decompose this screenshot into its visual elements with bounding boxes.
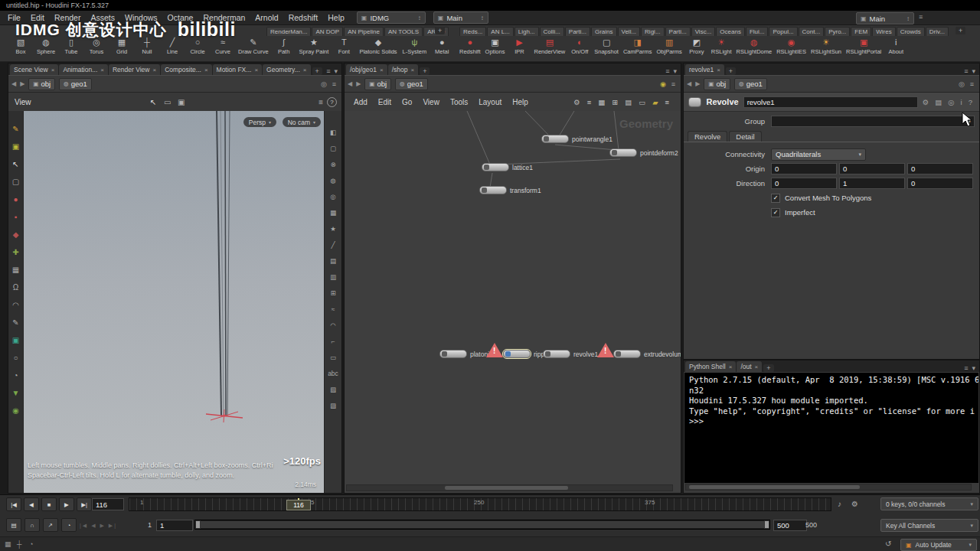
menu-item[interactable]: Arnold — [255, 13, 278, 22]
path-chip-geo1[interactable]: ◍ geo1 — [734, 78, 767, 90]
new-tab-button[interactable]: + — [312, 67, 322, 75]
presets-icon[interactable]: ▤ — [935, 98, 942, 106]
pane-dropdown-icon[interactable]: ▾ — [334, 67, 338, 75]
shelf-tab[interactable]: Driv... — [926, 27, 949, 36]
gear-icon[interactable]: ⚙ — [923, 98, 929, 106]
shelf-tab[interactable]: Flui... — [746, 27, 769, 36]
select-tool-icon[interactable]: ↖ — [150, 98, 156, 106]
shelf-tool[interactable]: ▤ RenderView — [534, 37, 566, 55]
shelf-tab[interactable]: Oceans — [716, 27, 745, 36]
shelf-tool[interactable]: ψ L-System — [403, 37, 427, 55]
shelf-tool[interactable]: ◍ RSLightDome — [737, 37, 773, 55]
node-error-badge[interactable]: ! — [486, 343, 503, 358]
menu-item[interactable]: Render — [54, 13, 80, 22]
pane-tab[interactable]: Motion FX... × — [213, 64, 263, 75]
network-menu-item[interactable]: View — [423, 98, 439, 106]
pane-dropdown-icon[interactable]: ▾ — [972, 364, 975, 372]
range-slider-right-handle[interactable] — [764, 520, 769, 529]
display-toggle-icon[interactable]: ★ — [330, 226, 336, 233]
new-tab-button[interactable]: + — [726, 67, 736, 75]
close-icon[interactable]: × — [100, 67, 104, 73]
new-tab-button[interactable]: + — [420, 67, 430, 75]
scrollbar-handle[interactable] — [689, 485, 860, 489]
pane-tab[interactable]: /shop × — [388, 64, 418, 75]
pane-menu-icon[interactable]: ≡ — [665, 67, 669, 75]
shelf-tab[interactable]: Crowds — [897, 27, 925, 36]
node-name-field[interactable]: revolve1 — [743, 96, 918, 108]
close-icon[interactable]: × — [152, 67, 156, 73]
display-toggle-icon[interactable]: ▥ — [330, 274, 336, 281]
display-toggle-icon[interactable]: ◠ — [330, 322, 335, 329]
network-toolbar-icon[interactable]: ⊞ — [612, 98, 618, 106]
viewport-tool-icon[interactable]: ✎ — [12, 125, 18, 133]
pane-tab[interactable]: Geometry... × — [263, 64, 310, 75]
shelf-tab[interactable]: Reds... — [459, 27, 486, 36]
back-icon[interactable]: ◀ — [348, 80, 352, 87]
shelf-tab[interactable]: AN Pipeline — [344, 27, 384, 36]
chevron-down-icon[interactable]: ▾ — [968, 119, 971, 125]
pane-tab[interactable]: Python Shell × — [685, 361, 736, 372]
viewport-tool-icon[interactable]: ▼ — [12, 389, 20, 397]
viewport-tool-icon[interactable]: ◠ — [12, 301, 19, 309]
shelf-tool[interactable]: ▥ ObjParms — [656, 37, 681, 55]
shelf-tab[interactable]: AN DOP — [312, 27, 343, 36]
network-toolbar-icon[interactable]: ⚙ — [573, 98, 580, 106]
connectivity-dropdown[interactable]: Quadrilaterals ▾ — [771, 148, 866, 161]
scrollbar-handle[interactable] — [445, 486, 569, 490]
node-lattice1[interactable]: lattice1 — [482, 163, 533, 171]
info-icon[interactable]: i — [961, 98, 962, 106]
display-toggle-icon[interactable]: ▧ — [330, 386, 336, 393]
search-icon[interactable]: ◎ — [948, 98, 954, 106]
shelf-tool[interactable]: ▯ Tube — [61, 37, 81, 55]
go-to-end-button[interactable]: ▶| — [77, 497, 92, 511]
shelf-tool[interactable]: ▶ IPR — [510, 37, 530, 55]
film-icon[interactable]: ▤ — [6, 518, 21, 532]
display-toggle-icon[interactable]: ▨ — [330, 403, 336, 409]
shelf-tool[interactable]: ✎ Draw Curve — [238, 37, 269, 55]
view-menu[interactable]: View — [15, 98, 31, 106]
status-crosshair-icon[interactable]: ┼ — [17, 540, 21, 548]
shelf-tool[interactable]: ● Redshift — [459, 37, 481, 55]
realtime-icon[interactable]: ◔ — [61, 518, 77, 532]
audio-options-icon[interactable]: ∩ — [24, 518, 40, 532]
path-chip-geo1[interactable]: ◍ geo1 — [395, 78, 428, 90]
pane-menu-icon[interactable]: ≡ — [326, 67, 330, 75]
network-toolbar-icon[interactable]: ▭ — [639, 98, 645, 106]
shelf-tool[interactable]: ▣ RSLightPortal — [846, 37, 881, 55]
shelf-tab[interactable]: Vell... — [618, 27, 641, 36]
go-to-start-button[interactable]: |◀ — [6, 497, 21, 511]
range-start-field[interactable]: 1 — [156, 520, 193, 531]
pathbar-menu-icon[interactable]: ≡ — [970, 80, 974, 88]
viewport-canvas[interactable]: Persp ▾ No cam ▾ >120fps 2.14ms Left mou… — [24, 111, 324, 493]
shelf-tool[interactable]: ◆ Platonic Solids — [359, 37, 397, 55]
path-chip-obj[interactable]: ▣ obj — [28, 78, 55, 90]
menu-item[interactable]: Redshift — [289, 13, 318, 22]
viewport-tool-icon[interactable]: ◔ — [13, 371, 18, 380]
shelf-tool[interactable]: ☀ RSLight — [711, 37, 732, 55]
shelf-tool[interactable]: ★ Spray Paint — [299, 37, 329, 55]
network-menu-item[interactable]: Help — [512, 98, 528, 106]
shelf-tab[interactable]: RenderMan... — [266, 27, 311, 36]
pane-dropdown-icon[interactable]: ▾ — [972, 67, 975, 75]
pane-tab[interactable]: revolve1 × — [685, 64, 724, 75]
shelf-tool[interactable]: ☀ RSLightSun — [811, 37, 841, 55]
key-all-channels-dropdown[interactable]: Key All Channels ▾ — [880, 519, 978, 532]
shelf-tab[interactable]: Pyro... — [825, 27, 850, 36]
global-range-slider[interactable] — [194, 520, 770, 530]
shelf-tool[interactable]: ≈ Curve — [213, 37, 233, 55]
export-icon[interactable]: ↗ — [43, 518, 58, 532]
pane-tab[interactable]: Render View × — [109, 64, 160, 75]
network-menu-item[interactable]: Tools — [450, 98, 468, 106]
python-console[interactable]: Python 2.7.15 (default, Apr 8 2019, 15:3… — [684, 373, 978, 483]
shelf-tab[interactable]: Parti... — [665, 27, 691, 36]
timeline[interactable]: 1 125 250 375 116 — [129, 497, 831, 511]
shelf-tab[interactable]: Cont... — [799, 27, 825, 36]
network-toolbar-icon[interactable]: ▰ — [652, 98, 658, 106]
node-pointdeform2[interactable]: pointdeform2 — [609, 148, 678, 157]
origin-x-field[interactable]: 0 — [771, 163, 837, 174]
node-extrudevolume1[interactable]: extrudevolume1 — [613, 350, 681, 358]
shelf-tool[interactable]: i About — [886, 37, 906, 55]
shelf-tab[interactable]: AN L... — [487, 27, 513, 36]
group-field[interactable]: ▾ — [771, 116, 975, 127]
shelf-tab[interactable]: Rigi... — [641, 27, 664, 36]
